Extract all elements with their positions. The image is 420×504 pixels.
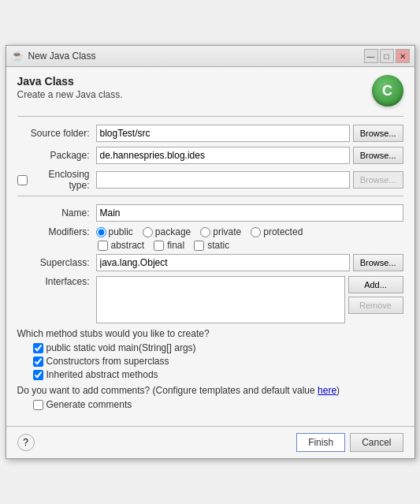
modifiers-label: Modifiers: (17, 226, 96, 237)
name-input[interactable] (96, 204, 403, 222)
enclosing-type-label: Enclosing type: (31, 169, 90, 191)
name-label: Name: (17, 207, 96, 218)
add-interface-button[interactable]: Add... (348, 276, 403, 293)
package-modifier-label: package (143, 226, 191, 237)
package-label: Package: (17, 150, 96, 161)
package-input[interactable] (96, 147, 350, 164)
stubs-section: Which method stubs would you like to cre… (17, 328, 403, 380)
static-modifier-label: static (194, 240, 229, 251)
name-row: Name: (17, 204, 403, 222)
stubs-options: public static void main(String[] args) C… (17, 342, 403, 380)
inherited-abstract-stub-checkbox[interactable] (33, 370, 43, 380)
superclass-row: Superclass: Browse... (17, 254, 403, 271)
abstract-modifier-label: abstract (98, 240, 145, 251)
public-modifier-label: public (96, 226, 133, 237)
private-modifier-label: private (200, 226, 241, 237)
comments-here-link[interactable]: here (318, 385, 336, 396)
private-modifier-radio[interactable] (200, 227, 210, 237)
generate-comments-checkbox[interactable] (33, 400, 43, 410)
generate-comments-label: Generate comments (33, 399, 403, 410)
header-info: Java Class Create a new Java class. (17, 75, 123, 100)
other-modifiers-group: abstract final static (96, 240, 303, 251)
minimize-button[interactable]: — (364, 49, 378, 63)
inherited-abstract-stub-label: Inherited abstract methods (33, 369, 403, 380)
title-bar: ☕ New Java Class — □ ✕ (6, 46, 414, 67)
package-modifier-radio[interactable] (143, 227, 153, 237)
enclosing-type-row: Enclosing type: Browse... (17, 169, 403, 191)
comments-options: Generate comments (17, 399, 403, 410)
comments-section: Do you want to add comments? (Configure … (17, 385, 403, 410)
java-logo-icon: C (372, 75, 403, 106)
interfaces-textarea[interactable] (96, 276, 345, 323)
stubs-title: Which method stubs would you like to cre… (17, 328, 403, 339)
footer-action-buttons: Finish Cancel (296, 433, 403, 452)
dialog-content: Java Class Create a new Java class. C So… (6, 67, 414, 426)
constructors-stub-label: Constructors from superclass (33, 356, 403, 367)
package-browse-button[interactable]: Browse... (353, 147, 403, 164)
enclosing-type-browse-button[interactable]: Browse... (353, 171, 403, 189)
title-bar-left: ☕ New Java Class (11, 50, 96, 62)
title-bar-controls: — □ ✕ (364, 49, 410, 63)
final-modifier-checkbox[interactable] (154, 241, 164, 251)
access-modifiers-group: public package private protected (96, 226, 303, 237)
abstract-modifier-checkbox[interactable] (98, 241, 108, 251)
source-folder-label: Source folder: (17, 128, 96, 139)
help-button[interactable]: ? (17, 434, 35, 451)
remove-interface-button[interactable]: Remove (348, 297, 403, 314)
window-icon: ☕ (11, 50, 24, 62)
constructors-stub-checkbox[interactable] (33, 357, 43, 367)
comments-title: Do you want to add comments? (Configure … (17, 385, 403, 396)
section-divider (17, 196, 403, 196)
enclosing-type-input[interactable] (96, 171, 350, 189)
protected-modifier-radio[interactable] (251, 227, 261, 237)
public-modifier-radio[interactable] (96, 227, 106, 237)
dialog-header: Java Class Create a new Java class. C (17, 75, 403, 106)
maximize-button[interactable]: □ (380, 49, 394, 63)
main-method-stub-label: public static void main(String[] args) (33, 342, 403, 353)
dialog-title: Java Class (17, 75, 123, 88)
interfaces-label: Interfaces: (17, 276, 96, 287)
modifiers-group: public package private protected (96, 226, 303, 251)
source-folder-row: Source folder: Browse... (17, 125, 403, 142)
main-method-stub-checkbox[interactable] (33, 343, 43, 353)
source-folder-browse-button[interactable]: Browse... (353, 125, 403, 142)
superclass-browse-button[interactable]: Browse... (353, 254, 403, 271)
interfaces-row: Interfaces: Add... Remove (17, 276, 403, 323)
close-button[interactable]: ✕ (396, 49, 410, 63)
protected-modifier-label: protected (251, 226, 303, 237)
final-modifier-label: final (154, 240, 184, 251)
package-row: Package: Browse... (17, 147, 403, 164)
interfaces-buttons: Add... Remove (348, 276, 403, 314)
header-divider (17, 116, 403, 117)
enclosing-type-spacer: Enclosing type: (17, 169, 96, 191)
superclass-label: Superclass: (17, 257, 96, 268)
finish-button[interactable]: Finish (296, 433, 345, 452)
window-title: New Java Class (28, 50, 96, 62)
dialog-footer: ? Finish Cancel (6, 426, 414, 458)
source-folder-input[interactable] (96, 125, 350, 142)
static-modifier-checkbox[interactable] (194, 241, 204, 251)
superclass-input[interactable] (96, 254, 350, 271)
modifiers-row: Modifiers: public package private (17, 226, 403, 251)
enclosing-type-checkbox[interactable] (17, 175, 28, 185)
new-java-class-dialog: ☕ New Java Class — □ ✕ Java Class Create… (6, 45, 415, 459)
cancel-button[interactable]: Cancel (350, 433, 403, 452)
dialog-subtitle: Create a new Java class. (17, 89, 123, 100)
